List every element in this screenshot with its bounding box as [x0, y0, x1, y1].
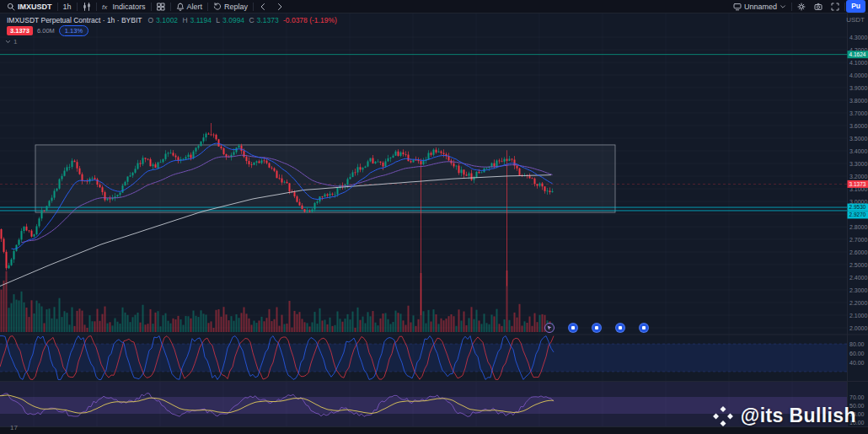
time-axis-label: 17 — [10, 424, 18, 431]
fullscreen-icon — [831, 3, 839, 11]
replay-label: Replay — [224, 3, 248, 11]
percent-change-badge: 1.13% — [59, 25, 88, 36]
svg-text:70.00: 70.00 — [849, 394, 865, 400]
svg-text:3.8000: 3.8000 — [849, 98, 868, 104]
toolbar-separator — [844, 3, 845, 11]
ohlc-readout: O3.1002 H3.1194 L3.0994 C3.1373 -0.0378 … — [147, 16, 339, 24]
close-value: 3.1373 — [257, 16, 279, 24]
volume-badge: 6.00M — [37, 27, 55, 35]
open-value: 3.1002 — [156, 16, 178, 24]
indicators-button[interactable]: fx Indicators — [98, 1, 150, 13]
chart-area: 4.30004.20004.10004.00003.90003.80003.70… — [0, 13, 868, 434]
svg-text:2.2000: 2.2000 — [849, 300, 868, 306]
price-chart-canvas[interactable]: 4.30004.20004.10004.00003.90003.80003.70… — [0, 13, 868, 434]
undo-button[interactable] — [255, 1, 271, 13]
undo-arrow-icon — [259, 3, 267, 11]
svg-text:4.1624: 4.1624 — [849, 51, 866, 57]
svg-text:2.7000: 2.7000 — [849, 237, 868, 243]
toolbar-left-group: IMXUSDT 1h fx Indicators — [3, 0, 288, 13]
drawing-tool-icon-4[interactable] — [639, 323, 649, 333]
svg-text:2.6000: 2.6000 — [849, 249, 868, 255]
bell-icon — [176, 3, 185, 11]
symbol-search-button[interactable]: IMXUSDT — [3, 1, 56, 13]
screenshot-button[interactable] — [810, 1, 827, 13]
toolbar-separator — [207, 3, 208, 11]
svg-text:3.6000: 3.6000 — [849, 123, 868, 129]
publish-button[interactable]: Pu — [846, 0, 865, 13]
svg-text:3.7000: 3.7000 — [849, 110, 868, 116]
change-value: -0.0378 (-1.19%) — [283, 16, 337, 24]
replay-icon — [213, 3, 222, 11]
alert-button[interactable]: Alert — [172, 1, 207, 13]
svg-text:80.00: 80.00 — [849, 341, 865, 347]
svg-text:4.1000: 4.1000 — [849, 60, 868, 66]
svg-text:3.3000: 3.3000 — [849, 161, 868, 167]
svg-text:2.5000: 2.5000 — [849, 262, 868, 268]
redo-button[interactable] — [271, 1, 288, 13]
indicators-label: Indicators — [113, 3, 146, 11]
alert-label: Alert — [187, 3, 203, 11]
legend-badge-row: 3.1373 6.00M 1.13% — [7, 25, 88, 36]
price-axis-currency-label[interactable]: USDT — [846, 16, 865, 24]
layout-manager-button[interactable]: Unnamed — [729, 1, 790, 13]
toolbar-right-group: Unnamed Pu — [729, 0, 865, 13]
symbol-label: IMXUSDT — [18, 3, 52, 11]
toolbar-separator — [170, 3, 171, 11]
legend-collapse-control[interactable]: 1 — [5, 38, 17, 46]
chart-style-button[interactable] — [78, 1, 95, 13]
grid-layout-icon — [157, 3, 165, 11]
layout-grid-button[interactable] — [153, 1, 169, 13]
svg-text:3.1373: 3.1373 — [849, 181, 866, 187]
trading-app-window: IMXUSDT 1h fx Indicators — [0, 0, 868, 434]
open-label: O — [147, 16, 153, 24]
camera-icon — [814, 3, 822, 11]
svg-text:2.9530: 2.9530 — [849, 204, 866, 210]
low-label: L — [216, 16, 220, 24]
toolbar-separator — [151, 3, 152, 11]
layout-name-label: Unnamed — [744, 3, 777, 11]
last-price-badge: 3.1373 — [7, 26, 33, 35]
svg-text:fx: fx — [102, 3, 108, 11]
high-label: H — [182, 16, 187, 24]
settings-button[interactable] — [793, 1, 810, 13]
svg-text:40.00: 40.00 — [849, 360, 865, 366]
replay-button[interactable]: Replay — [209, 1, 252, 13]
toolbar-separator — [791, 3, 792, 11]
svg-text:3.4000: 3.4000 — [849, 148, 868, 154]
drawing-tool-icon-2[interactable] — [592, 323, 602, 333]
redo-arrow-icon — [276, 3, 284, 11]
toolbar-separator — [96, 3, 97, 11]
high-value: 3.1194 — [190, 16, 212, 24]
interval-label: 1h — [63, 3, 72, 11]
toolbar-separator — [77, 3, 78, 11]
chevron-down-icon — [780, 3, 786, 10]
top-toolbar: IMXUSDT 1h fx Indicators — [0, 0, 868, 13]
gear-icon — [797, 3, 806, 11]
toolbar-separator — [253, 3, 254, 11]
svg-text:2.4000: 2.4000 — [849, 275, 868, 281]
watermark-handle: @its Bullish — [741, 405, 856, 427]
fullscreen-button[interactable] — [827, 1, 844, 13]
drawing-tool-icon-3[interactable] — [615, 323, 625, 333]
chart-legend: IMXUSDT Perpetual Contract · 1h · BYBIT … — [7, 16, 340, 24]
monitor-icon — [733, 3, 742, 11]
watermark: @its Bullish — [712, 405, 856, 427]
search-icon — [7, 3, 15, 11]
svg-text:4.3000: 4.3000 — [849, 35, 868, 40]
close-label: C — [249, 16, 254, 24]
svg-text:2.0000: 2.0000 — [849, 325, 868, 331]
candlestick-icon — [83, 3, 91, 11]
svg-text:3.5000: 3.5000 — [849, 136, 868, 142]
drawing-tool-icon-1[interactable] — [568, 323, 578, 333]
interval-button[interactable]: 1h — [59, 1, 76, 13]
indicators-fx-icon: fx — [102, 3, 110, 11]
toolbar-separator — [57, 3, 58, 11]
diamond-logo-icon — [712, 405, 734, 427]
svg-text:2.9270: 2.9270 — [849, 212, 866, 217]
legend-title[interactable]: IMXUSDT Perpetual Contract · 1h · BYBIT — [7, 16, 142, 24]
floating-tool-row — [544, 323, 649, 333]
cursor-tool-icon[interactable] — [544, 323, 555, 333]
svg-text:3.9000: 3.9000 — [849, 85, 868, 91]
hidden-indicator-count: 1 — [13, 38, 17, 46]
low-value: 3.0994 — [222, 16, 244, 24]
